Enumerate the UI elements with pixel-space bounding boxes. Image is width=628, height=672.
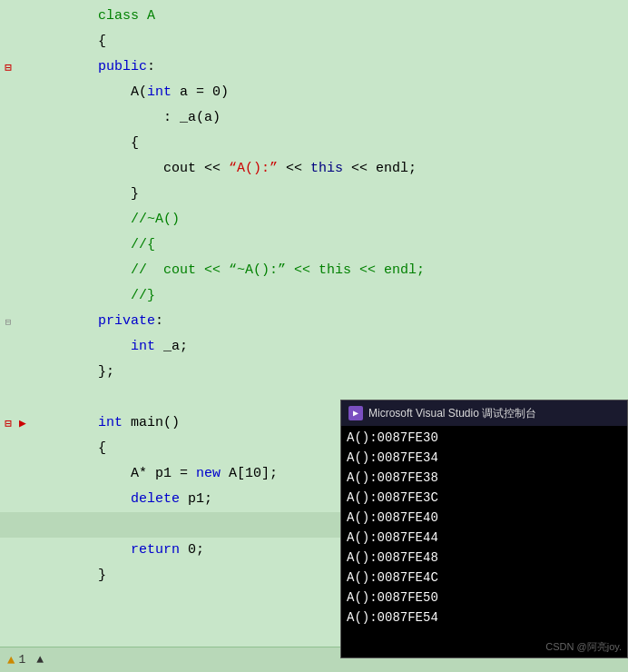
console-line-5: A():0087FE40 bbox=[347, 508, 622, 528]
watermark: CSDN @阿亮joy. bbox=[545, 640, 622, 654]
text-delete bbox=[98, 491, 131, 507]
text-main-close: } bbox=[98, 568, 106, 583]
console-line-10: A():0087FE54 bbox=[347, 608, 622, 628]
code-line-15: }; bbox=[0, 360, 628, 385]
gutter-3: ⊟ bbox=[0, 61, 16, 74]
warning-icon: ▲ bbox=[7, 653, 15, 667]
console-line-9: A():0087FE50 bbox=[347, 588, 622, 608]
console-line-1: A():0087FE30 bbox=[347, 428, 622, 448]
console-body: A():0087FE30 A():0087FE34 A():0087FE38 A… bbox=[341, 426, 627, 657]
console-line-7: A():0087FE48 bbox=[347, 548, 622, 568]
console-titlebar: ▶ Microsoft Visual Studio 调试控制台 bbox=[341, 400, 627, 426]
editor-area: class A { ⊟ public: A(int bbox=[0, 0, 628, 672]
warning-count: 1 bbox=[18, 653, 25, 667]
up-arrow-icon: ▲ bbox=[36, 653, 44, 667]
collapse-13: ⊟ bbox=[5, 316, 12, 328]
console-line-2: A():0087FE34 bbox=[347, 448, 622, 468]
kw-delete: delete bbox=[131, 491, 180, 507]
gutter-17: ⊟ bbox=[0, 417, 16, 430]
warning-item: ▲ 1 bbox=[7, 653, 25, 667]
arrow-17: ⊟ bbox=[5, 417, 11, 430]
console-line-3: A():0087FE38 bbox=[347, 468, 622, 488]
text-p1: p1; bbox=[180, 491, 212, 507]
indicator-17: ▶ bbox=[16, 416, 29, 430]
console-line-6: A():0087FE44 bbox=[347, 528, 622, 548]
text-class-end: }; bbox=[98, 364, 114, 380]
vs-logo: ▶ bbox=[353, 408, 358, 419]
arrow-item: ▲ bbox=[36, 653, 44, 667]
console-icon: ▶ bbox=[348, 406, 363, 420]
console-title: Microsoft Visual Studio 调试控制台 bbox=[368, 406, 536, 421]
arrow-3: ⊟ bbox=[5, 61, 11, 74]
gutter-13: ⊟ bbox=[0, 316, 16, 328]
console-window[interactable]: ▶ Microsoft Visual Studio 调试控制台 A():0087… bbox=[340, 400, 628, 658]
console-line-4: A():0087FE3C bbox=[347, 488, 622, 508]
console-line-8: A():0087FE4C bbox=[347, 568, 622, 588]
